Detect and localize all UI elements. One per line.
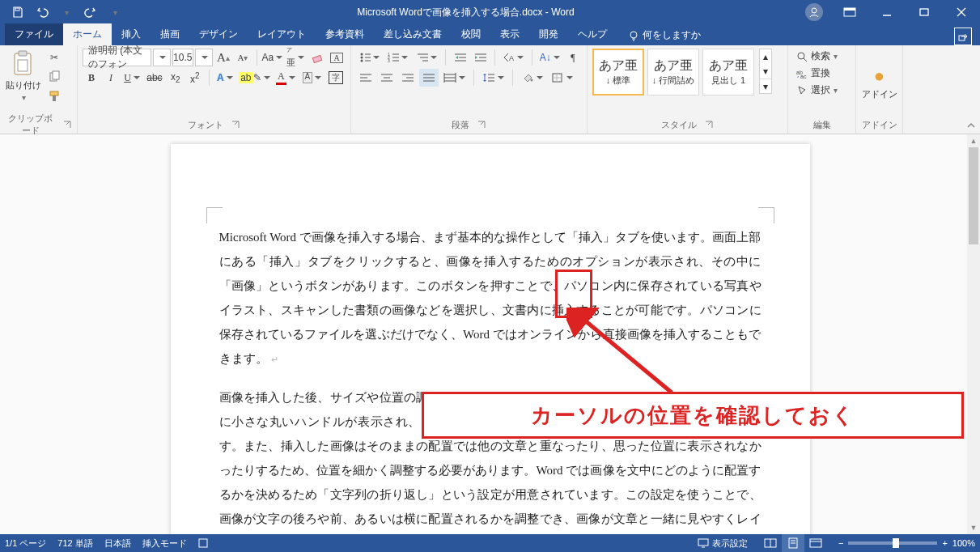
scroll-down-button[interactable]: ▼ bbox=[967, 521, 980, 534]
shading-button[interactable] bbox=[518, 69, 546, 87]
status-page[interactable]: 1/1 ページ bbox=[5, 537, 46, 550]
addins-button[interactable]: ● アドイン bbox=[861, 66, 898, 100]
tab-insert[interactable]: 挿入 bbox=[112, 23, 151, 45]
subscript-button[interactable]: x2 bbox=[167, 69, 185, 87]
tab-layout[interactable]: レイアウト bbox=[248, 23, 316, 45]
ribbon-display-options[interactable] bbox=[831, 0, 868, 24]
tab-review[interactable]: 校閲 bbox=[452, 23, 490, 45]
style-gallery-spinner[interactable]: ▴ ▾ ▾ bbox=[759, 49, 772, 94]
tab-view[interactable]: 表示 bbox=[490, 23, 529, 45]
copy-button[interactable] bbox=[45, 68, 64, 86]
find-button[interactable]: 検索▾ bbox=[793, 49, 851, 64]
numbering-button[interactable]: 123 bbox=[384, 49, 411, 66]
tab-home[interactable]: ホーム bbox=[63, 23, 112, 45]
select-button[interactable]: 選択▾ bbox=[793, 83, 851, 98]
close-button[interactable] bbox=[943, 0, 980, 24]
paragraph-dialog-launcher[interactable] bbox=[476, 119, 487, 130]
zoom-slider[interactable] bbox=[848, 541, 937, 545]
maximize-button[interactable] bbox=[906, 0, 943, 24]
text-effects-button[interactable]: A bbox=[214, 69, 235, 87]
chevron-up-icon[interactable]: ▴ bbox=[760, 49, 771, 64]
qat-customize[interactable]: ▾ bbox=[104, 1, 126, 23]
font-size-dropdown[interactable] bbox=[195, 49, 213, 66]
style-normal[interactable]: あア亜 ↓ 標準 bbox=[592, 49, 644, 96]
font-size-combo[interactable]: 10.5 bbox=[172, 49, 193, 66]
underline-button[interactable]: U bbox=[121, 69, 142, 87]
borders-button[interactable] bbox=[548, 69, 576, 87]
style-heading1[interactable]: あア亜 見出し 1 bbox=[702, 49, 754, 96]
undo-dropdown[interactable]: ▾ bbox=[55, 1, 78, 23]
scroll-up-button[interactable]: ▲ bbox=[967, 134, 980, 147]
distributed-button[interactable] bbox=[440, 69, 469, 87]
tab-references[interactable]: 参考資料 bbox=[316, 23, 374, 45]
clipboard-dialog-launcher[interactable] bbox=[62, 119, 72, 130]
bold-button[interactable]: B bbox=[83, 69, 100, 87]
bullets-button[interactable] bbox=[356, 49, 383, 66]
line-spacing-button[interactable] bbox=[479, 69, 507, 87]
tell-me-search[interactable]: 何をしますか bbox=[623, 25, 706, 45]
font-dialog-launcher[interactable] bbox=[230, 119, 241, 130]
grow-font-button[interactable]: A▴ bbox=[214, 49, 232, 66]
clear-formatting-button[interactable] bbox=[308, 49, 326, 66]
status-words[interactable]: 712 単語 bbox=[57, 537, 92, 550]
account-avatar[interactable] bbox=[805, 3, 823, 21]
document-body[interactable]: Microsoft Word で画像を挿入する場合、まず基本的な操作として「挿入… bbox=[219, 225, 762, 534]
change-case-button[interactable]: Aa bbox=[262, 49, 283, 66]
highlight-button[interactable]: ab✎ bbox=[237, 69, 272, 87]
zoom-slider-thumb[interactable] bbox=[893, 538, 899, 548]
asian-layout-button[interactable]: A bbox=[499, 49, 526, 66]
shrink-font-button[interactable]: A▾ bbox=[234, 49, 252, 66]
zoom-in-button[interactable]: + bbox=[942, 538, 947, 548]
enclose-characters-button[interactable]: A bbox=[328, 49, 346, 66]
tab-draw[interactable]: 描画 bbox=[151, 23, 189, 45]
style-no-spacing[interactable]: あア亜 ↓ 行間詰め bbox=[647, 49, 699, 96]
document-area[interactable]: Microsoft Word で画像を挿入する場合、まず基本的な操作として「挿入… bbox=[0, 134, 980, 534]
status-accessibility[interactable] bbox=[198, 538, 208, 548]
status-insert-mode[interactable]: 挿入モード bbox=[142, 537, 187, 550]
align-justify-button[interactable] bbox=[419, 69, 439, 87]
sort-button[interactable]: A↓ bbox=[537, 49, 562, 66]
align-left-button[interactable] bbox=[356, 69, 375, 87]
tab-developer[interactable]: 開発 bbox=[529, 23, 568, 45]
view-print-layout[interactable] bbox=[782, 534, 804, 552]
show-marks-button[interactable]: ¶ bbox=[564, 49, 582, 66]
font-color-button[interactable]: A bbox=[274, 69, 298, 87]
vertical-scrollbar[interactable]: ▲ ▼ bbox=[967, 134, 980, 534]
align-center-button[interactable] bbox=[377, 69, 397, 87]
more-icon[interactable]: ▾ bbox=[760, 79, 771, 93]
collapse-ribbon-button[interactable] bbox=[965, 120, 977, 131]
view-read-mode[interactable] bbox=[759, 534, 782, 552]
tab-design[interactable]: デザイン bbox=[189, 23, 248, 45]
tab-mailings[interactable]: 差し込み文書 bbox=[374, 23, 452, 45]
share-button[interactable] bbox=[954, 28, 972, 45]
display-settings-button[interactable]: 表示設定 bbox=[698, 537, 748, 550]
paragraph-1[interactable]: Microsoft Word で画像を挿入する場合、まず基本的な操作として「挿入… bbox=[219, 225, 762, 371]
phonetic-guide-button[interactable]: ア亜 bbox=[284, 49, 307, 66]
view-web-layout[interactable] bbox=[804, 534, 827, 552]
status-language[interactable]: 日本語 bbox=[104, 537, 131, 550]
zoom-out-button[interactable]: − bbox=[838, 538, 843, 548]
italic-button[interactable]: I bbox=[102, 69, 120, 87]
tab-help[interactable]: ヘルプ bbox=[568, 23, 617, 45]
align-right-button[interactable] bbox=[398, 69, 418, 87]
increase-indent-button[interactable] bbox=[471, 49, 490, 66]
paragraph-2[interactable]: 画像を挿入した後、サイズや位置の調整を行うことができます。画像をクリックすると、… bbox=[219, 385, 762, 534]
multilevel-list-button[interactable] bbox=[413, 49, 439, 66]
autosave-icon[interactable] bbox=[6, 1, 29, 23]
undo-button[interactable] bbox=[31, 1, 53, 23]
minimize-button[interactable] bbox=[868, 0, 906, 24]
format-painter-button[interactable] bbox=[45, 87, 64, 105]
superscript-button[interactable]: x2 bbox=[186, 69, 204, 87]
redo-button[interactable] bbox=[79, 1, 102, 23]
replace-button[interactable]: abac 置換 bbox=[793, 66, 851, 81]
cut-button[interactable]: ✂ bbox=[45, 49, 64, 66]
strikethrough-button[interactable]: abc bbox=[144, 69, 165, 87]
character-shading-button[interactable]: A bbox=[299, 69, 325, 87]
font-name-dropdown[interactable] bbox=[153, 49, 171, 66]
styles-dialog-launcher[interactable] bbox=[703, 119, 715, 130]
scroll-thumb[interactable] bbox=[969, 147, 978, 244]
zoom-value[interactable]: 100% bbox=[952, 538, 975, 548]
decrease-indent-button[interactable] bbox=[451, 49, 469, 66]
page[interactable]: Microsoft Word で画像を挿入する場合、まず基本的な操作として「挿入… bbox=[171, 144, 810, 534]
font-name-combo[interactable]: 游明朝 (本文のフォン bbox=[83, 49, 151, 66]
